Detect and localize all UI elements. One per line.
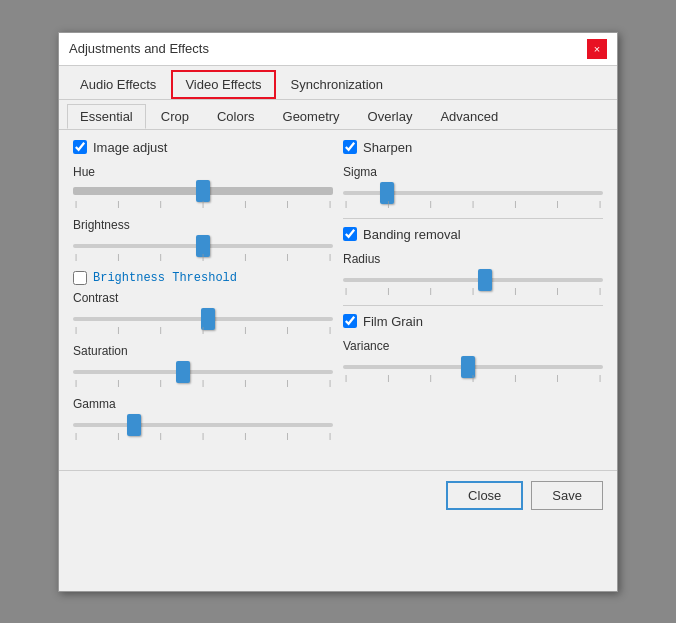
variance-group: Variance |||||||: [343, 339, 603, 382]
divider-1: [343, 218, 603, 219]
film-grain-header: Film Grain: [343, 314, 603, 329]
contrast-group: Contrast |||||||: [73, 291, 333, 334]
banding-checkbox[interactable]: [343, 227, 357, 241]
tab-essential[interactable]: Essential: [67, 104, 146, 129]
tab-geometry[interactable]: Geometry: [270, 104, 353, 129]
content-area: Image adjust Hue ||||||| Brightness ||||…: [59, 130, 617, 460]
sharpen-checkbox[interactable]: [343, 140, 357, 154]
image-adjust-checkbox[interactable]: [73, 140, 87, 154]
divider-2: [343, 305, 603, 306]
brightness-threshold-row: Brightness Threshold: [73, 271, 333, 285]
left-panel: Image adjust Hue ||||||| Brightness ||||…: [73, 140, 333, 450]
sharpen-label: Sharpen: [363, 140, 412, 155]
saturation-slider[interactable]: [73, 370, 333, 374]
saturation-label: Saturation: [73, 344, 333, 358]
dialog-title: Adjustments and Effects: [69, 41, 209, 56]
brightness-threshold-checkbox[interactable]: [73, 271, 87, 285]
brightness-slider[interactable]: [73, 244, 333, 248]
tab-audio-effects[interactable]: Audio Effects: [67, 70, 169, 99]
tab-colors[interactable]: Colors: [204, 104, 268, 129]
contrast-label: Contrast: [73, 291, 333, 305]
save-button[interactable]: Save: [531, 481, 603, 510]
right-panel: Sharpen Sigma ||||||| Banding removal Ra…: [343, 140, 603, 450]
tab-video-effects[interactable]: Video Effects: [171, 70, 275, 99]
saturation-group: Saturation |||||||: [73, 344, 333, 387]
hue-slider[interactable]: [73, 187, 333, 195]
film-grain-label: Film Grain: [363, 314, 423, 329]
gamma-slider[interactable]: [73, 423, 333, 427]
tab-advanced[interactable]: Advanced: [427, 104, 511, 129]
adjustments-dialog: Adjustments and Effects × Audio Effects …: [58, 32, 618, 592]
sigma-slider[interactable]: [343, 191, 603, 195]
tab-overlay[interactable]: Overlay: [355, 104, 426, 129]
banding-header: Banding removal: [343, 227, 603, 242]
image-adjust-label: Image adjust: [93, 140, 167, 155]
hue-label: Hue: [73, 165, 333, 179]
variance-slider[interactable]: [343, 365, 603, 369]
variance-label: Variance: [343, 339, 603, 353]
window-close-button[interactable]: ×: [587, 39, 607, 59]
tab-synchronization[interactable]: Synchronization: [278, 70, 397, 99]
title-bar: Adjustments and Effects ×: [59, 33, 617, 66]
tab-crop[interactable]: Crop: [148, 104, 202, 129]
gamma-label: Gamma: [73, 397, 333, 411]
sub-tabs-bar: Essential Crop Colors Geometry Overlay A…: [59, 100, 617, 130]
contrast-slider[interactable]: [73, 317, 333, 321]
image-adjust-header: Image adjust: [73, 140, 333, 155]
radius-label: Radius: [343, 252, 603, 266]
sharpen-header: Sharpen: [343, 140, 603, 155]
main-tabs-bar: Audio Effects Video Effects Synchronizat…: [59, 66, 617, 100]
film-grain-checkbox[interactable]: [343, 314, 357, 328]
brightness-threshold-label: Brightness Threshold: [93, 271, 237, 285]
hue-group: Hue |||||||: [73, 165, 333, 208]
gamma-group: Gamma |||||||: [73, 397, 333, 440]
sigma-group: Sigma |||||||: [343, 165, 603, 208]
radius-group: Radius |||||||: [343, 252, 603, 295]
sigma-label: Sigma: [343, 165, 603, 179]
brightness-label: Brightness: [73, 218, 333, 232]
close-button[interactable]: Close: [446, 481, 523, 510]
brightness-group: Brightness |||||||: [73, 218, 333, 261]
radius-slider[interactable]: [343, 278, 603, 282]
banding-label: Banding removal: [363, 227, 461, 242]
dialog-footer: Close Save: [59, 470, 617, 520]
